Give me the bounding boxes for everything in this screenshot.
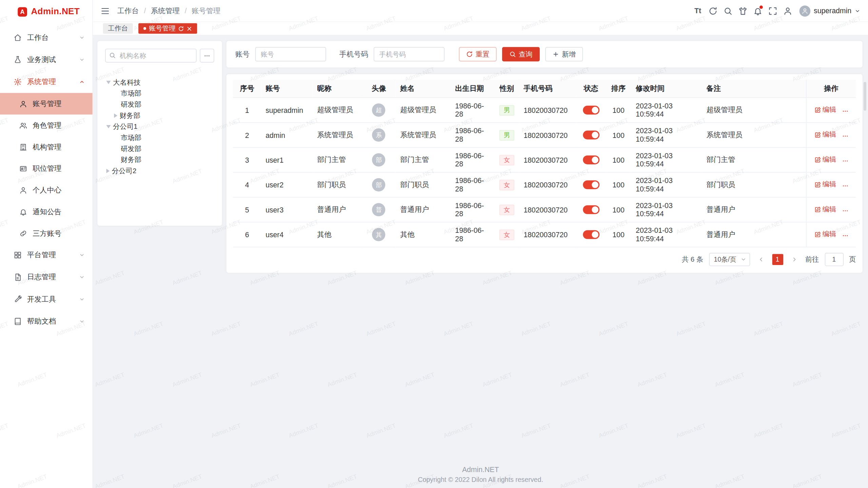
add-button[interactable]: 新增 bbox=[545, 47, 583, 61]
sidebar-item-platform[interactable]: 平台管理 bbox=[0, 244, 93, 266]
org-more-button[interactable] bbox=[200, 49, 214, 63]
sidebar-item-business-test[interactable]: 业务测试 bbox=[0, 49, 93, 71]
tree-node[interactable]: 市场部 bbox=[105, 132, 214, 143]
more-actions-button[interactable] bbox=[842, 158, 849, 165]
search-icon[interactable] bbox=[720, 3, 735, 18]
edit-button[interactable]: 编辑 bbox=[814, 180, 836, 189]
sidebar-item-notice[interactable]: 通知公告 bbox=[0, 201, 93, 223]
status-toggle[interactable] bbox=[583, 106, 599, 115]
status-toggle[interactable] bbox=[583, 131, 599, 140]
tree-node[interactable]: 研发部 bbox=[105, 143, 214, 155]
sidebar-item-position-mgmt[interactable]: 职位管理 bbox=[0, 158, 93, 179]
status-toggle[interactable] bbox=[583, 230, 599, 239]
sidebar-item-role-mgmt[interactable]: 角色管理 bbox=[0, 115, 93, 136]
avatar: 部 bbox=[372, 153, 386, 166]
gender-badge: 女 bbox=[499, 180, 514, 190]
sidebar-item-org-mgmt[interactable]: 机构管理 bbox=[0, 136, 93, 158]
notification-bell-icon[interactable] bbox=[750, 3, 765, 18]
breadcrumb-item[interactable]: 系统管理 bbox=[151, 6, 180, 16]
top-actions: Tt superadmin bbox=[690, 3, 860, 18]
edit-button[interactable]: 编辑 bbox=[814, 155, 836, 165]
cell-account: user3 bbox=[261, 197, 313, 222]
tree-node[interactable]: 大名科技 bbox=[105, 77, 214, 88]
sidebar-item-devtools[interactable]: 开发工具 bbox=[0, 288, 93, 310]
caret-down-icon[interactable] bbox=[106, 81, 111, 84]
user-menu[interactable]: superadmin bbox=[800, 5, 860, 17]
tree-node[interactable]: 财务部 bbox=[105, 110, 214, 121]
sidebar-item-personal-center[interactable]: 个人中心 bbox=[0, 179, 93, 201]
breadcrumb-item[interactable]: 工作台 bbox=[117, 6, 139, 16]
edit-button[interactable]: 编辑 bbox=[814, 105, 836, 115]
caret-right-icon[interactable] bbox=[106, 169, 110, 173]
column-header: 头像 bbox=[362, 80, 396, 98]
sidebar-item-label: 系统管理 bbox=[27, 77, 74, 87]
caret-right-icon[interactable] bbox=[114, 114, 117, 118]
scrollbar-thumb[interactable] bbox=[864, 82, 866, 111]
column-header: 操作 bbox=[806, 80, 856, 98]
refresh-icon[interactable] bbox=[705, 3, 720, 18]
org-tree: 大名科技 市场部 研发部 财务部 分公司1 市场部 研发部 财务部 分公司2 bbox=[105, 77, 214, 177]
fullscreen-icon[interactable] bbox=[765, 3, 780, 18]
tab-close-icon[interactable] bbox=[186, 26, 192, 31]
edit-button[interactable]: 编辑 bbox=[814, 130, 836, 140]
more-actions-button[interactable] bbox=[842, 208, 849, 215]
reset-button[interactable]: 重置 bbox=[459, 47, 496, 61]
cell-phone: 18020030720 bbox=[519, 147, 576, 172]
search-button[interactable]: 查询 bbox=[502, 47, 540, 61]
sidebar: A Admin.NET 工作台 业务测试 系统管理 bbox=[0, 0, 93, 488]
edit-button[interactable]: 编辑 bbox=[814, 230, 836, 239]
account-input[interactable] bbox=[255, 47, 326, 61]
cell-operations: 编辑 bbox=[806, 123, 856, 147]
tree-node[interactable]: 分公司2 bbox=[105, 165, 214, 177]
status-toggle[interactable] bbox=[583, 205, 599, 214]
sidebar-item-third-party[interactable]: 三方账号 bbox=[0, 222, 93, 244]
sidebar-item-label: 机构管理 bbox=[33, 142, 84, 152]
more-actions-button[interactable] bbox=[842, 183, 849, 189]
more-actions-button[interactable] bbox=[842, 232, 849, 239]
tab-workbench[interactable]: 工作台 bbox=[103, 23, 133, 34]
org-search-input[interactable] bbox=[105, 49, 196, 63]
sidebar-item-help[interactable]: 帮助文档 bbox=[0, 310, 93, 332]
sidebar-item-system[interactable]: 系统管理 bbox=[0, 71, 93, 93]
app-logo[interactable]: A Admin.NET bbox=[0, 0, 93, 23]
sidebar-item-account-mgmt[interactable]: 账号管理 bbox=[0, 93, 93, 115]
tab-account-mgmt[interactable]: 账号管理 bbox=[138, 23, 197, 34]
page-number-button[interactable]: 1 bbox=[772, 254, 783, 265]
more-actions-button[interactable] bbox=[842, 108, 849, 115]
phone-label: 手机号码 bbox=[339, 49, 368, 59]
sidebar-item-label: 个人中心 bbox=[33, 185, 84, 195]
tree-node[interactable]: 分公司1 bbox=[105, 121, 214, 133]
tree-node[interactable]: 财务部 bbox=[105, 155, 214, 166]
hamburger-menu-icon[interactable] bbox=[101, 6, 110, 15]
book-icon bbox=[14, 318, 22, 325]
table-row: 3 user1 部门主管 部 部门主管 1986-06-28 女 1802003… bbox=[233, 147, 856, 172]
theme-icon[interactable] bbox=[735, 3, 750, 18]
cell-no: 6 bbox=[233, 222, 261, 247]
status-toggle[interactable] bbox=[583, 156, 599, 164]
username-label: superadmin bbox=[814, 7, 851, 15]
edit-button[interactable]: 编辑 bbox=[814, 205, 836, 214]
goto-page-input[interactable] bbox=[825, 253, 844, 266]
profile-icon[interactable] bbox=[780, 3, 795, 18]
cell-avatar: 系 bbox=[362, 123, 396, 147]
sidebar-item-label: 日志管理 bbox=[27, 272, 74, 282]
tree-node[interactable]: 市场部 bbox=[105, 88, 214, 99]
next-page-button[interactable] bbox=[789, 254, 800, 265]
sidebar-item-workbench[interactable]: 工作台 bbox=[0, 26, 93, 48]
page-size-select[interactable]: 10条/页 bbox=[709, 253, 750, 266]
tab-refresh-icon[interactable] bbox=[178, 26, 184, 31]
caret-down-icon[interactable] bbox=[106, 125, 111, 128]
table-row: 4 user2 部门职员 部 部门职员 1986-06-28 女 1802003… bbox=[233, 172, 856, 197]
more-actions-button[interactable] bbox=[842, 133, 849, 140]
status-toggle[interactable] bbox=[583, 181, 599, 189]
cell-no: 1 bbox=[233, 98, 261, 122]
font-size-icon[interactable]: Tt bbox=[690, 3, 705, 18]
prev-page-button[interactable] bbox=[755, 254, 767, 265]
sidebar-item-log[interactable]: 日志管理 bbox=[0, 266, 93, 288]
goto-label: 前往 bbox=[805, 255, 819, 264]
phone-input[interactable] bbox=[374, 47, 445, 61]
tree-node[interactable]: 研发部 bbox=[105, 99, 214, 110]
cell-name: 系统管理员 bbox=[396, 123, 451, 147]
cell-avatar: 部 bbox=[362, 147, 396, 172]
cell-order: 100 bbox=[606, 147, 631, 172]
